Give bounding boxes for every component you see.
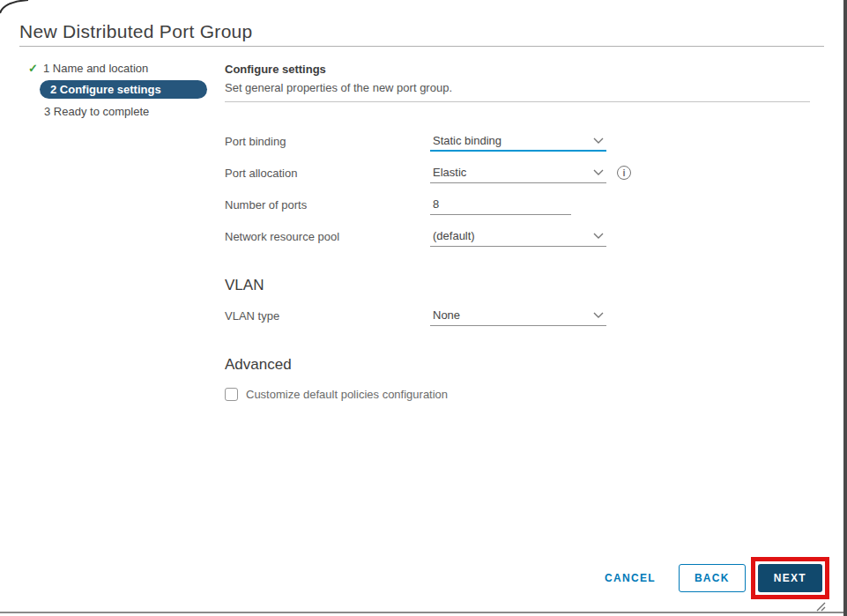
title-divider xyxy=(19,46,824,47)
customize-policies-label: Customize default policies configuration xyxy=(246,388,448,401)
network-resource-pool-row: Network resource pool (default) xyxy=(225,220,810,252)
cancel-button[interactable]: CANCEL xyxy=(605,572,656,584)
network-resource-pool-select[interactable]: (default) xyxy=(430,226,606,247)
panel-heading: Configure settings xyxy=(225,63,810,76)
vlan-type-select[interactable]: None xyxy=(430,305,606,326)
chevron-down-icon xyxy=(593,233,604,240)
port-binding-select[interactable]: Static binding xyxy=(430,130,606,152)
wizard-step-label: 2 Configure settings xyxy=(50,83,161,96)
wizard-step-ready-to-complete[interactable]: 3 Ready to complete xyxy=(19,102,210,122)
settings-form: Port binding Static binding Port allocat… xyxy=(225,125,810,401)
vlan-type-label: VLAN type xyxy=(225,309,430,323)
window-corner-decoration xyxy=(0,0,30,18)
back-button[interactable]: BACK xyxy=(679,564,746,592)
number-of-ports-row: Number of ports xyxy=(225,189,810,220)
vlan-section-heading: VLAN xyxy=(225,277,810,294)
resize-handle-icon[interactable] xyxy=(814,600,826,612)
dialog-title: New Distributed Port Group xyxy=(19,21,253,42)
wizard-step-name-and-location[interactable]: ✓ 1 Name and location xyxy=(19,58,210,78)
port-binding-label: Port binding xyxy=(225,135,430,148)
port-allocation-value: Elastic xyxy=(433,166,466,179)
chevron-down-icon xyxy=(593,312,604,319)
port-allocation-select[interactable]: Elastic xyxy=(430,162,606,183)
vlan-type-value: None xyxy=(433,308,460,322)
network-resource-pool-label: Network resource pool xyxy=(225,230,430,243)
chevron-down-icon xyxy=(593,169,604,176)
wizard-step-label: 3 Ready to complete xyxy=(44,105,149,118)
chevron-down-icon xyxy=(593,137,604,145)
port-binding-value: Static binding xyxy=(433,134,502,147)
port-binding-row: Port binding Static binding xyxy=(225,125,810,157)
number-of-ports-input[interactable] xyxy=(430,194,571,215)
window-right-edge xyxy=(843,0,847,616)
customize-policies-checkbox[interactable] xyxy=(225,388,238,401)
wizard-step-configure-settings[interactable]: 2 Configure settings xyxy=(40,80,207,99)
red-highlight-annotation: NEXT xyxy=(751,557,829,599)
check-icon: ✓ xyxy=(28,62,43,75)
network-resource-pool-value: (default) xyxy=(433,229,475,242)
new-distributed-port-group-dialog: New Distributed Port Group ✓ 1 Name and … xyxy=(0,0,847,616)
info-icon[interactable]: i xyxy=(617,166,631,180)
port-allocation-label: Port allocation xyxy=(225,167,430,180)
window-bottom-edge xyxy=(0,612,843,613)
advanced-section-heading: Advanced xyxy=(225,356,810,374)
panel-divider xyxy=(225,101,810,102)
wizard-footer: CANCEL BACK NEXT xyxy=(605,557,829,599)
next-button[interactable]: NEXT xyxy=(758,564,822,592)
panel-subheading: Set general properties of the new port g… xyxy=(225,81,810,94)
wizard-steps: ✓ 1 Name and location 2 Configure settin… xyxy=(19,58,210,122)
wizard-step-label: 1 Name and location xyxy=(43,62,148,75)
vlan-type-row: VLAN type None xyxy=(225,300,810,331)
configure-settings-panel: Configure settings Set general propertie… xyxy=(225,63,810,401)
number-of-ports-label: Number of ports xyxy=(225,198,430,212)
port-allocation-row: Port allocation Elastic i xyxy=(225,157,810,189)
customize-policies-row: Customize default policies configuration xyxy=(225,388,810,401)
